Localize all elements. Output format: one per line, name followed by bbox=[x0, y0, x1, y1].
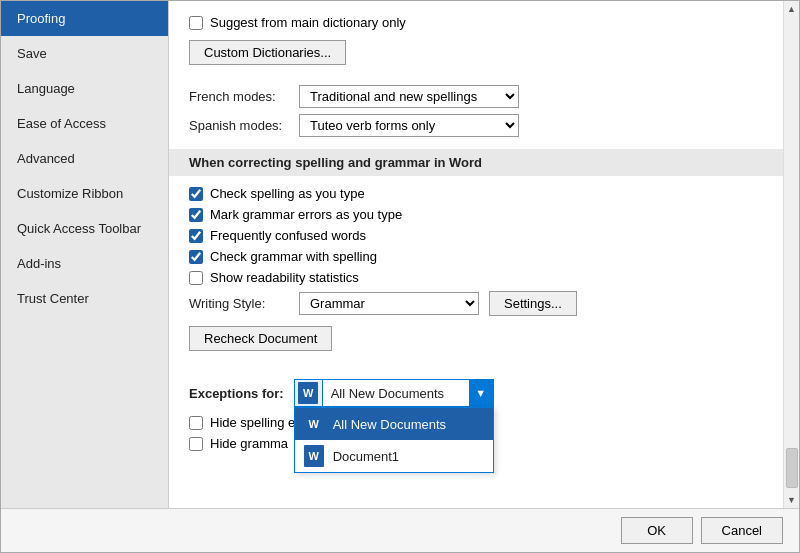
show-readability-checkbox[interactable] bbox=[189, 271, 203, 285]
spanish-modes-select[interactable]: Tuteo verb forms only bbox=[299, 114, 519, 137]
settings-button[interactable]: Settings... bbox=[489, 291, 577, 316]
recheck-document-button[interactable]: Recheck Document bbox=[189, 326, 332, 351]
content-area: Suggest from main dictionary only Custom… bbox=[169, 1, 783, 508]
french-modes-row: French modes: Traditional and new spelli… bbox=[189, 85, 763, 108]
exceptions-section: Exceptions for: All New Documents ▼ bbox=[189, 379, 763, 451]
spanish-modes-row: Spanish modes: Tuteo verb forms only bbox=[189, 114, 763, 137]
word-icon-all bbox=[304, 413, 324, 435]
exceptions-word-icon bbox=[295, 380, 323, 406]
exceptions-for-label: Exceptions for: bbox=[189, 386, 284, 401]
mark-grammar-checkbox[interactable] bbox=[189, 208, 203, 222]
french-modes-label: French modes: bbox=[189, 89, 299, 104]
exceptions-dropdown-menu: All New Documents Document1 bbox=[294, 407, 494, 473]
dropdown-item-all-label: All New Documents bbox=[333, 417, 446, 432]
sidebar: Proofing Save Language Ease of Access Ad… bbox=[1, 1, 169, 508]
writing-style-label: Writing Style: bbox=[189, 296, 299, 311]
sidebar-item-save[interactable]: Save bbox=[1, 36, 168, 71]
exceptions-selected-value: All New Documents bbox=[323, 384, 469, 403]
ok-button[interactable]: OK bbox=[621, 517, 693, 544]
mark-grammar-row: Mark grammar errors as you type bbox=[189, 207, 763, 222]
exceptions-dropdown-wrapper: All New Documents ▼ All New Documents bbox=[294, 379, 494, 407]
dropdown-word-icon-all bbox=[303, 413, 325, 435]
check-grammar-spelling-label: Check grammar with spelling bbox=[210, 249, 377, 264]
scrollbar-down-arrow[interactable]: ▼ bbox=[787, 492, 796, 508]
show-readability-row: Show readability statistics bbox=[189, 270, 763, 285]
sidebar-item-quick-access-toolbar[interactable]: Quick Access Toolbar bbox=[1, 211, 168, 246]
frequently-confused-checkbox[interactable] bbox=[189, 229, 203, 243]
check-grammar-spelling-row: Check grammar with spelling bbox=[189, 249, 763, 264]
dropdown-word-icon-doc1 bbox=[303, 445, 325, 467]
hide-grammar-label: Hide gramma bbox=[210, 436, 288, 451]
dropdown-item-document1[interactable]: Document1 bbox=[295, 440, 493, 472]
scrollbar[interactable]: ▲ ▼ bbox=[783, 1, 799, 508]
sidebar-item-add-ins[interactable]: Add-ins bbox=[1, 246, 168, 281]
dropdown-item-all-new[interactable]: All New Documents bbox=[295, 408, 493, 440]
sidebar-item-advanced[interactable]: Advanced bbox=[1, 141, 168, 176]
hide-spelling-label: Hide spelling e bbox=[210, 415, 295, 430]
writing-style-row: Writing Style: Grammar Settings... bbox=[189, 291, 763, 316]
mark-grammar-label: Mark grammar errors as you type bbox=[210, 207, 402, 222]
word-doc-icon bbox=[298, 382, 318, 404]
suggest-main-dict-label: Suggest from main dictionary only bbox=[210, 15, 406, 30]
scrollbar-thumb[interactable] bbox=[786, 448, 798, 488]
exceptions-for-row: Exceptions for: All New Documents ▼ bbox=[189, 379, 763, 407]
custom-dictionaries-button[interactable]: Custom Dictionaries... bbox=[189, 40, 346, 65]
sidebar-item-language[interactable]: Language bbox=[1, 71, 168, 106]
dialog-footer: OK Cancel bbox=[1, 508, 799, 552]
check-grammar-spelling-checkbox[interactable] bbox=[189, 250, 203, 264]
sidebar-item-trust-center[interactable]: Trust Center bbox=[1, 281, 168, 316]
exceptions-select-button[interactable]: All New Documents ▼ bbox=[294, 379, 494, 407]
hide-spelling-checkbox[interactable] bbox=[189, 416, 203, 430]
dropdown-item-doc1-label: Document1 bbox=[333, 449, 399, 464]
suggest-main-dict-checkbox[interactable] bbox=[189, 16, 203, 30]
exceptions-dropdown-arrow[interactable]: ▼ bbox=[469, 380, 493, 406]
frequently-confused-row: Frequently confused words bbox=[189, 228, 763, 243]
sidebar-item-ease-of-access[interactable]: Ease of Access bbox=[1, 106, 168, 141]
check-spelling-row: Check spelling as you type bbox=[189, 186, 763, 201]
french-modes-select[interactable]: Traditional and new spellings bbox=[299, 85, 519, 108]
word-icon-doc1 bbox=[304, 445, 324, 467]
cancel-button[interactable]: Cancel bbox=[701, 517, 783, 544]
check-spelling-checkbox[interactable] bbox=[189, 187, 203, 201]
spelling-grammar-header: When correcting spelling and grammar in … bbox=[169, 149, 783, 176]
writing-style-select[interactable]: Grammar bbox=[299, 292, 479, 315]
check-spelling-label: Check spelling as you type bbox=[210, 186, 365, 201]
hide-grammar-checkbox[interactable] bbox=[189, 437, 203, 451]
sidebar-item-proofing[interactable]: Proofing bbox=[1, 1, 168, 36]
frequently-confused-label: Frequently confused words bbox=[210, 228, 366, 243]
suggest-main-dict-row: Suggest from main dictionary only bbox=[189, 15, 763, 30]
spanish-modes-label: Spanish modes: bbox=[189, 118, 299, 133]
show-readability-label: Show readability statistics bbox=[210, 270, 359, 285]
scrollbar-up-arrow[interactable]: ▲ bbox=[787, 1, 796, 17]
sidebar-item-customize-ribbon[interactable]: Customize Ribbon bbox=[1, 176, 168, 211]
